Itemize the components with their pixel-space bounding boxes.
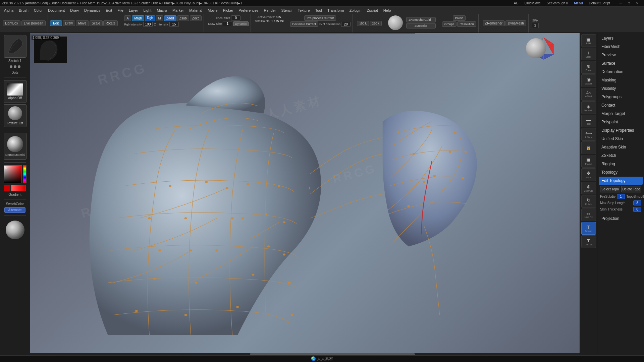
menu-render[interactable]: Render — [261, 8, 279, 13]
rp-projection[interactable]: Projection — [599, 215, 643, 223]
spix-value[interactable]: 3 — [532, 23, 539, 28]
groups-button[interactable]: Groups — [442, 21, 457, 27]
quicksave-btn[interactable]: QuickSave — [525, 1, 541, 5]
menu-color[interactable]: Color — [31, 8, 45, 13]
decrse-icon-button[interactable]: ▼ Decrse — [581, 235, 596, 248]
rp-edit-topology[interactable]: Edit Topology — [599, 177, 643, 185]
rp-unified-skin[interactable]: Unified Skin — [599, 135, 643, 143]
rp-polygroups[interactable]: Polygroups — [599, 93, 643, 101]
rp-surface[interactable]: Surface — [599, 59, 643, 67]
transp-icon-button[interactable]: ◫ Transp — [581, 222, 596, 235]
rgb-value[interactable]: Rgb — [145, 15, 155, 21]
scroll-icon-button[interactable]: ↕ Scroll — [581, 48, 596, 60]
lightbox-button[interactable]: LightBox — [3, 20, 20, 26]
startup-material-button[interactable]: StartupMaterial — [4, 133, 26, 160]
rgb-intensity-value[interactable]: 100 — [143, 22, 153, 27]
rp-layers[interactable]: Layers — [599, 34, 643, 42]
color-picker[interactable] — [4, 165, 26, 183]
mrgb-button[interactable]: Mrgb — [132, 15, 144, 21]
menu-tool[interactable]: Tool — [313, 8, 325, 13]
zoom3d-icon-button[interactable]: ⊕ Zoom3D — [581, 182, 596, 194]
alternate-button[interactable]: Alternate — [4, 207, 25, 213]
edit-button[interactable]: Edit — [50, 20, 62, 26]
zremesher-button[interactable]: ZRemesher — [483, 20, 505, 26]
menu-btn[interactable]: Menu — [574, 1, 583, 5]
zocc-button[interactable]: Zocc — [190, 15, 202, 21]
menu-edit[interactable]: Edit — [103, 8, 115, 13]
rp-rigging[interactable]: Rigging — [599, 160, 643, 168]
seethrough-btn[interactable]: See-through 0 — [547, 1, 568, 5]
polish-button[interactable]: Polish — [453, 15, 466, 21]
rp-zsketch[interactable]: ZSketch — [599, 152, 643, 160]
rp-masking[interactable]: Masking — [599, 76, 643, 84]
rp-contact[interactable]: Contact — [599, 101, 643, 109]
zmodeler-button[interactable]: ZModeler — [406, 23, 436, 28]
menu-help[interactable]: Help — [381, 8, 394, 13]
resolution-button[interactable]: Resolution — [457, 21, 476, 27]
color-swatch-red[interactable] — [4, 185, 10, 191]
focal-shift-value[interactable]: 0 — [231, 15, 240, 20]
decimate-button[interactable]: Decimate Current — [290, 21, 319, 27]
bottom-sphere[interactable] — [4, 219, 26, 241]
menu-dynamics[interactable]: Dynamics — [82, 8, 103, 13]
zoom-icon-button[interactable]: ⊕ Zoom — [581, 61, 596, 74]
maxstrip-value[interactable]: 8 — [633, 200, 641, 205]
menu-zscript[interactable]: Zscript — [364, 8, 381, 13]
frame-icon-button[interactable]: ▣ Frame — [581, 155, 596, 168]
dynamesh-button[interactable]: DynaMesh — [505, 20, 526, 26]
brush-preview[interactable] — [4, 35, 26, 58]
m-button[interactable]: M — [156, 15, 163, 21]
rp-fibermesh[interactable]: FiberMesh — [599, 43, 643, 51]
linefill-icon-button[interactable]: ≡≡ Line Fill — [581, 208, 596, 221]
presubdiv-value[interactable]: 1 — [617, 194, 625, 199]
menu-brush[interactable]: Brush — [16, 8, 31, 13]
floor-icon-button[interactable]: ▬ Floor — [581, 115, 596, 127]
menu-preferences[interactable]: Preferences — [236, 8, 261, 13]
menu-transform[interactable]: Transform — [325, 8, 347, 13]
pct-value[interactable]: 20 — [341, 22, 351, 27]
menu-marker[interactable]: Marker — [170, 8, 186, 13]
rotate-button[interactable]: Rotate — [103, 20, 118, 26]
skinthickness-value[interactable]: 0 — [633, 207, 641, 212]
move-icon-button[interactable]: ✥ Move — [581, 168, 596, 181]
lsym-icon-button[interactable]: ⟺ L.Sym — [581, 128, 596, 141]
dynamic-badge[interactable]: Dynamic — [233, 21, 248, 26]
move-button[interactable]: Move — [76, 20, 89, 26]
menu-layer[interactable]: Layer — [126, 8, 141, 13]
color-gradient-preview[interactable] — [11, 185, 26, 191]
menu-zplugin[interactable]: Zplugin — [347, 8, 364, 13]
dynamic-icon-button[interactable]: ◈ Dynamic — [581, 101, 596, 114]
z-intensity-value[interactable]: 15 — [169, 22, 179, 27]
menu-movie[interactable]: Movie — [205, 8, 220, 13]
menu-material[interactable]: Material — [186, 8, 205, 13]
delete-topo-button[interactable]: Delete Topo — [621, 186, 641, 192]
size250-button[interactable]: 250 k — [370, 21, 382, 26]
menu-document[interactable]: Document — [45, 8, 67, 13]
rp-visibility[interactable]: Visibility — [599, 84, 643, 93]
canvas-area[interactable]: RRCG 人人素材 RRCG 人人素材 RRCG RRCG — [30, 33, 580, 355]
zadd-button[interactable]: Zadd — [164, 15, 176, 21]
menu-draw[interactable]: Draw — [67, 8, 82, 13]
canvas-scrollbar[interactable] — [30, 353, 580, 355]
select-topo-button[interactable]: Select Topo — [600, 186, 620, 192]
rp-deformation[interactable]: Deformation — [599, 68, 643, 76]
defaultzscript-btn[interactable]: DefaultZScript — [589, 1, 610, 5]
material-sphere[interactable] — [388, 15, 403, 30]
lock-icon-button[interactable]: 🔒 — [581, 141, 596, 154]
menu-alpha[interactable]: Alpha — [1, 8, 16, 13]
rp-preview[interactable]: Preview — [599, 51, 643, 59]
menu-light[interactable]: Light — [141, 8, 154, 13]
menu-texture[interactable]: Texture — [295, 8, 313, 13]
draw-size-value[interactable]: 1 — [223, 21, 232, 26]
menu-file[interactable]: File — [115, 8, 126, 13]
scrollbar-thumb[interactable] — [250, 353, 415, 355]
actual-icon-button[interactable]: ◉ Actual — [581, 74, 596, 87]
menu-macro[interactable]: Macro — [154, 8, 170, 13]
menu-stencil[interactable]: Stencil — [279, 8, 295, 13]
a-button[interactable]: A — [124, 15, 131, 21]
zremesherguid-button[interactable]: ZRemesherGuid... — [406, 17, 436, 22]
rp-display-properties[interactable]: Display Properties — [599, 126, 643, 134]
aahal-icon-button[interactable]: Aa AAHal — [581, 88, 596, 101]
rp-adaptive-skin[interactable]: Adaptive Skin — [599, 143, 643, 151]
scale-button[interactable]: Scale — [90, 20, 103, 26]
